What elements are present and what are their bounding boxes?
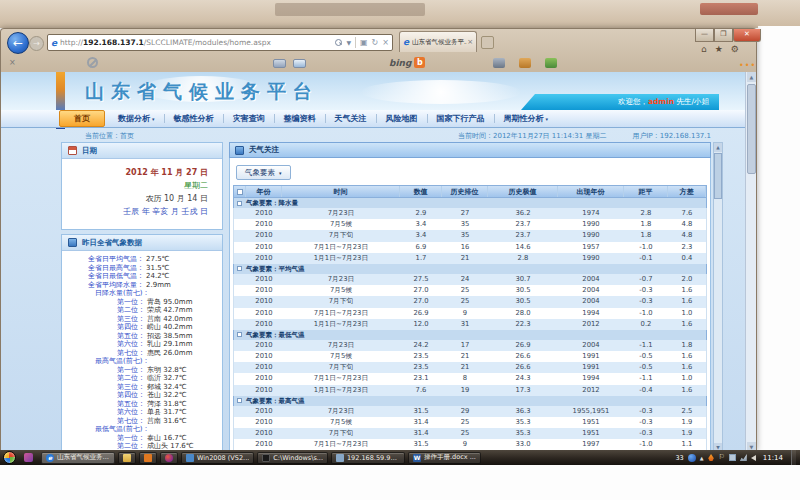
column-header[interactable]: 数值 [400, 186, 442, 197]
quick-launch-icon[interactable] [24, 453, 33, 462]
table-row[interactable]: 20107月23日27.52430.72004-0.72.0 [233, 274, 707, 285]
table-row[interactable]: 20101月1日~7月23日12.03122.320120.21.6 [233, 319, 707, 330]
checkbox[interactable] [237, 398, 242, 403]
refresh-icon[interactable]: ↻ [372, 38, 379, 47]
table-cell: 2010 [246, 439, 282, 450]
stat-value: 24.2℃ [146, 272, 169, 280]
address-bar[interactable]: e http://192.168.137.1/SLCCLIMATE/module… [47, 34, 393, 51]
table-row[interactable]: 20107月23日31.52936.31955,1951-0.32.5 [233, 406, 707, 417]
panel-scrollbar[interactable]: ▲ ▼ [713, 142, 723, 452]
column-header[interactable]: 出现年份 [558, 186, 624, 197]
search-icon[interactable] [335, 39, 342, 46]
settings-gear-icon[interactable]: ⚙ [731, 44, 739, 54]
table-row[interactable]: 20107月下旬23.52126.61991-0.51.6 [233, 362, 707, 373]
table-row[interactable]: 20107月5候31.42535.31951-0.31.9 [233, 417, 707, 428]
column-header[interactable]: 历史排位 [442, 186, 488, 197]
group-header-row[interactable]: 气象要素：平均气温 [233, 264, 707, 274]
table-row[interactable]: 20107月1日~7月23日31.5933.01997-1.01.1 [233, 439, 707, 450]
column-header[interactable]: 时间 [282, 186, 400, 197]
taskbar-button-word[interactable]: W操作手册.docx ... [408, 452, 481, 464]
more-options-icon[interactable]: ••• [739, 61, 756, 70]
nav-item-6[interactable]: 天气关注 [326, 113, 376, 124]
favorites-star-icon[interactable]: ★ [715, 44, 723, 54]
camera-icon[interactable] [493, 58, 505, 68]
people-icon[interactable] [545, 58, 557, 68]
nav-item-1[interactable]: 首页 [59, 110, 105, 127]
table-row[interactable]: 20107月下旬3.43523.719901.84.8 [233, 230, 707, 241]
nav-item-7[interactable]: 风险地图 [377, 113, 427, 124]
checkbox[interactable] [237, 332, 242, 337]
table-row[interactable]: 20107月下旬31.42535.31951-0.31.9 [233, 428, 707, 439]
column-header[interactable]: 距平 [624, 186, 668, 197]
checkbox[interactable] [237, 201, 242, 206]
group-header-row[interactable]: 气象要素：最低气温 [233, 330, 707, 340]
minimize-button[interactable]: — [695, 29, 714, 42]
maximize-button[interactable]: ❐ [714, 29, 733, 42]
nav-item-5[interactable]: 整编资料 [275, 113, 325, 124]
table-row[interactable]: 20107月5候3.43523.719901.84.8 [233, 219, 707, 230]
download-manager-icon[interactable] [708, 454, 715, 461]
nav-item-4[interactable]: 灾害查询 [224, 113, 274, 124]
table-row[interactable]: 20101月1日~7月23日1.7212.81990-0.10.4 [233, 253, 707, 264]
table-row[interactable]: 20107月1日~7月23日26.9928.01994-1.01.0 [233, 308, 707, 319]
table-row[interactable]: 20107月5候27.02530.52004-0.31.6 [233, 285, 707, 296]
mail-icon[interactable] [273, 59, 286, 68]
network-icon[interactable] [740, 454, 747, 461]
taskbar-button-orange[interactable] [139, 452, 157, 464]
blocked-icon[interactable] [87, 57, 98, 68]
table-row[interactable]: 20107月1日~7月23日6.91614.61957-1.02.3 [233, 242, 707, 253]
nav-item-2[interactable]: 数据分析▾ [109, 113, 164, 124]
scroll-up-icon[interactable]: ▲ [747, 72, 756, 82]
action-center-flag-icon[interactable]: ⚐ [719, 454, 725, 461]
taskbar-button-server[interactable]: Win2008 (VS2... [181, 452, 254, 464]
row-gutter-cell [234, 242, 246, 253]
bing-logo[interactable]: bingb [389, 57, 425, 68]
close-button[interactable]: ✕ [733, 29, 761, 42]
scrollbar-thumb[interactable] [747, 84, 756, 174]
picture-icon[interactable] [293, 59, 306, 68]
scrollbar-thumb[interactable] [714, 153, 722, 199]
column-header[interactable]: 历史极值 [488, 186, 558, 197]
taskbar-clock[interactable]: 11:14 [763, 454, 783, 462]
tray-expand-icon[interactable]: ▲ [700, 455, 704, 461]
browser-scrollbar[interactable]: ▲ ▼ [745, 72, 756, 452]
close-sidebar-icon[interactable]: × [9, 58, 16, 67]
taskbar-button-cmd[interactable]: C:\Windows\s... [257, 452, 328, 464]
speaker-icon[interactable] [751, 455, 756, 461]
new-tab-button[interactable] [481, 36, 494, 49]
show-desktop-button[interactable] [791, 450, 796, 465]
checkbox[interactable] [237, 189, 243, 195]
browser-tab[interactable]: e 山东省气候业务平... × [399, 31, 477, 52]
scroll-up-icon[interactable]: ▲ [714, 143, 722, 152]
element-dropdown-button[interactable]: 气象要素 ▾ [236, 165, 291, 180]
back-button[interactable]: ← [7, 32, 29, 54]
start-button[interactable] [3, 451, 16, 464]
tray-app-icon[interactable] [688, 454, 696, 462]
stop-icon[interactable]: × [382, 38, 389, 47]
taskbar-button-folder[interactable] [118, 452, 136, 464]
table-row[interactable]: 20107月5候23.52126.61991-0.51.6 [233, 351, 707, 362]
nav-item-9[interactable]: 周期性分析▾ [495, 113, 558, 124]
computer-icon[interactable] [729, 454, 736, 461]
group-header-row[interactable]: 气象要素：最高气温 [233, 396, 707, 406]
table-row[interactable]: 20107月23日2.92736.219742.87.6 [233, 208, 707, 219]
column-header[interactable]: 年份 [246, 186, 282, 197]
nav-item-8[interactable]: 国家下行产品 [428, 113, 494, 124]
pet-icon[interactable] [519, 58, 531, 68]
table-row[interactable]: 20101月1日~7月23日7.61917.32012-0.41.6 [233, 385, 707, 396]
table-row[interactable]: 20107月下旬27.02530.52004-0.31.6 [233, 296, 707, 307]
checkbox[interactable] [237, 266, 242, 271]
taskbar-button-ie[interactable]: e山东省气候业务平... [41, 452, 115, 464]
compatibility-icon[interactable]: ▣ [360, 38, 368, 47]
table-row[interactable]: 20107月1日~7月23日23.1824.31994-1.11.0 [233, 373, 707, 384]
home-icon[interactable]: ⌂ [701, 44, 707, 54]
column-header[interactable]: 方差 [668, 186, 706, 197]
nav-item-3[interactable]: 敏感性分析 [165, 113, 223, 124]
tab-close-icon[interactable]: × [467, 38, 473, 46]
taskbar-button-media[interactable] [160, 452, 178, 464]
group-header-row[interactable]: 气象要素：降水量 [233, 198, 707, 208]
table-row[interactable]: 20107月23日24.21726.92004-1.11.8 [233, 340, 707, 351]
taskbar-button-remote[interactable]: 192.168.59.99... [331, 452, 405, 464]
forward-button[interactable]: → [29, 36, 44, 51]
chevron-down-icon[interactable]: ▼ [346, 39, 351, 46]
